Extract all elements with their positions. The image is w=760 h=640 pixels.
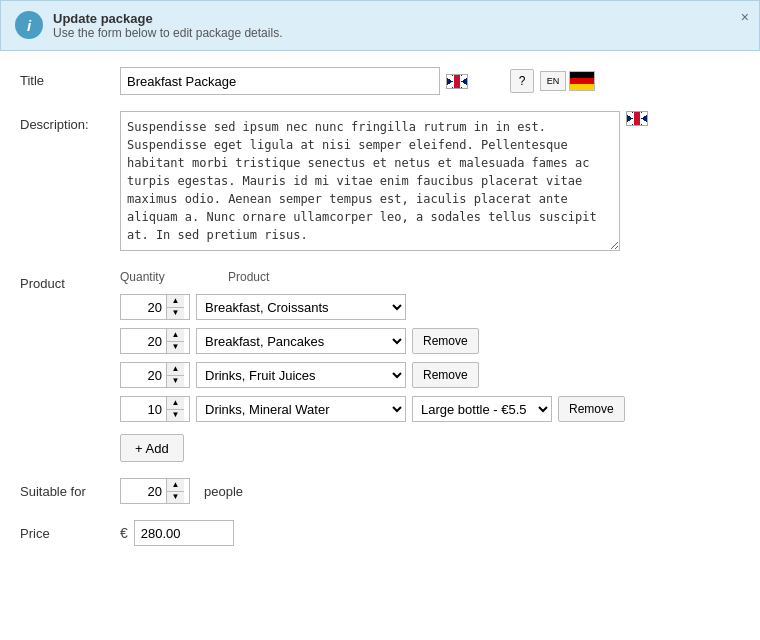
qty-down-3[interactable]: ▼ [167,376,184,388]
product-col-headers: Quantity Product [120,270,269,284]
qty-up-1[interactable]: ▲ [167,295,184,308]
lang-en-button[interactable]: EN [540,71,566,91]
title-field: ? EN [120,67,740,95]
suitable-wrapper: ▲ ▼ [120,478,190,504]
product-row-1: ▲ ▼ Breakfast, Croissants [120,294,406,320]
qty-wrapper-3: ▲ ▼ [120,362,190,388]
product-select-3[interactable]: Drinks, Fruit Juices [196,362,406,388]
suitable-qty-input[interactable] [121,479,166,503]
currency-symbol: € [120,525,128,541]
product-select-4[interactable]: Drinks, Mineral Water [196,396,406,422]
qty-wrapper-1: ▲ ▼ [120,294,190,320]
banner-subtitle: Use the form below to edit package detai… [53,26,282,40]
price-row: Price € [20,520,740,546]
description-row: Description: Suspendisse sed ipsum nec n… [20,111,740,254]
description-flag-uk [626,111,648,126]
people-label: people [204,484,243,499]
product-label: Product [20,270,120,291]
qty-input-3[interactable] [121,363,166,387]
qty-down-2[interactable]: ▼ [167,342,184,354]
qty-input-1[interactable] [121,295,166,319]
product-row-2: ▲ ▼ Breakfast, Pancakes Remove [120,328,479,354]
qty-up-3[interactable]: ▲ [167,363,184,376]
product-row: Product Quantity Product ▲ ▼ Breakfast, … [20,270,740,462]
info-icon: i [15,11,43,39]
qty-spinners-4: ▲ ▼ [166,397,184,421]
suitable-for-row: Suitable for ▲ ▼ people [20,478,740,504]
suitable-for-label: Suitable for [20,478,120,499]
qty-wrapper-2: ▲ ▼ [120,328,190,354]
suitable-down[interactable]: ▼ [167,492,184,504]
product-col-header: Product [228,270,269,284]
qty-down-1[interactable]: ▼ [167,308,184,320]
product-row-3: ▲ ▼ Drinks, Fruit Juices Remove [120,362,479,388]
qty-up-4[interactable]: ▲ [167,397,184,410]
qty-spinners-3: ▲ ▼ [166,363,184,387]
qty-spinners-2: ▲ ▼ [166,329,184,353]
title-label: Title [20,67,120,88]
price-label: Price [20,520,120,541]
title-input[interactable] [120,67,440,95]
suitable-for-field: ▲ ▼ people [120,478,740,504]
price-input[interactable] [134,520,234,546]
remove-button-2[interactable]: Remove [412,328,479,354]
qty-wrapper-4: ▲ ▼ [120,396,190,422]
remove-button-3[interactable]: Remove [412,362,479,388]
add-product-button[interactable]: + Add [120,434,184,462]
form-body: Title ? EN Description: Suspendisse [0,51,760,578]
qty-up-2[interactable]: ▲ [167,329,184,342]
remove-button-4[interactable]: Remove [558,396,625,422]
help-button[interactable]: ? [510,69,534,93]
description-label: Description: [20,111,120,132]
banner-text: Update package Use the form below to edi… [53,11,282,40]
qty-input-2[interactable] [121,329,166,353]
close-button[interactable]: × [741,9,749,25]
product-select-1[interactable]: Breakfast, Croissants [196,294,406,320]
price-field: € [120,520,740,546]
title-row: Title ? EN [20,67,740,95]
lang-buttons: EN [540,71,595,91]
suitable-spinners: ▲ ▼ [166,479,184,503]
qty-down-4[interactable]: ▼ [167,410,184,422]
qty-spinners-1: ▲ ▼ [166,295,184,319]
suitable-up[interactable]: ▲ [167,479,184,492]
product-row-4: ▲ ▼ Drinks, Mineral Water Large bottle -… [120,396,625,422]
update-banner: i Update package Use the form below to e… [0,0,760,51]
product-select-2[interactable]: Breakfast, Pancakes [196,328,406,354]
qty-col-header: Quantity [120,270,190,284]
description-field: Suspendisse sed ipsum nec nunc fringilla… [120,111,740,254]
description-textarea[interactable]: Suspendisse sed ipsum nec nunc fringilla… [120,111,620,251]
title-flag-uk [446,74,468,89]
description-wrapper: Suspendisse sed ipsum nec nunc fringilla… [120,111,620,254]
variant-select-4[interactable]: Large bottle - €5.5 [412,396,552,422]
product-field: Quantity Product ▲ ▼ Breakfast, Croissan… [120,270,740,462]
qty-input-4[interactable] [121,397,166,421]
banner-title: Update package [53,11,282,26]
lang-de-button[interactable] [569,71,595,91]
